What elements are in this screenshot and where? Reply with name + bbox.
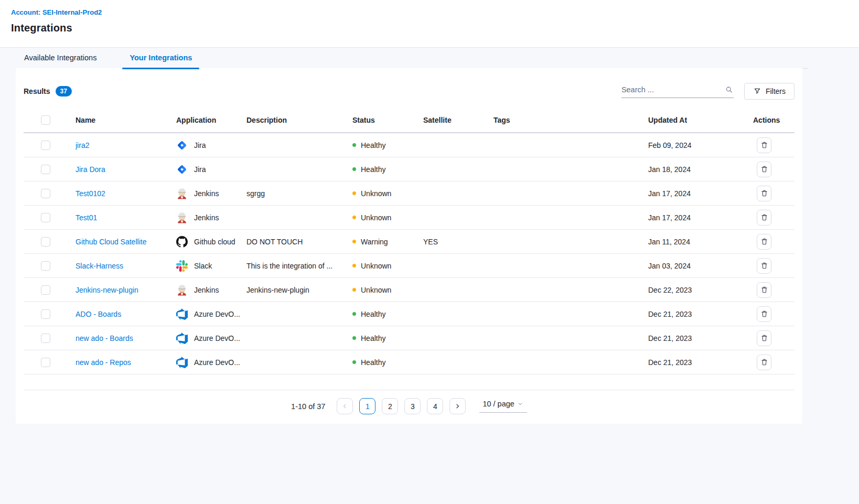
account-breadcrumb-link[interactable]: Account: SEI-Internal-Prod2 (11, 8, 102, 16)
integration-name-link[interactable]: Github Cloud Satellite (76, 238, 146, 246)
status-label: Healthy (361, 358, 385, 367)
delete-integration-button[interactable] (757, 186, 771, 201)
status-dot (352, 336, 356, 340)
column-header-description: Description (246, 116, 352, 124)
delete-integration-button[interactable] (757, 210, 771, 226)
pagination-range-label: 1-10 of 37 (291, 402, 325, 411)
column-header-updated-at: Updated At (648, 116, 753, 124)
integration-name-link[interactable]: Slack-Harness (76, 262, 123, 270)
status-label: Unknown (361, 262, 391, 270)
search-box (621, 85, 734, 98)
status-dot (352, 312, 356, 316)
pagination-page-1[interactable]: 1 (359, 398, 375, 414)
delete-integration-button[interactable] (757, 234, 771, 250)
row-checkbox[interactable] (41, 141, 50, 150)
pagination-next-button[interactable] (449, 398, 466, 414)
table-row: new ado - Boards Azure DevO... Healthy D… (24, 326, 794, 350)
application-name: Slack (194, 262, 212, 270)
delete-integration-button[interactable] (757, 137, 771, 153)
pagination-prev-button[interactable] (337, 398, 353, 414)
status-dot (352, 191, 356, 195)
content-panel: Results 37 Filters NameApplicationDescri… (16, 68, 802, 424)
application-icon (176, 236, 188, 248)
row-checkbox[interactable] (41, 261, 50, 271)
status-label: Healthy (361, 165, 385, 174)
integration-name-link[interactable]: Jira Dora (76, 165, 105, 174)
delete-integration-button[interactable] (757, 162, 771, 177)
table-row: Github Cloud Satellite Github cloud DO N… (24, 230, 794, 254)
integration-name-link[interactable]: new ado - Repos (76, 358, 131, 367)
application-name: Azure DevO... (194, 310, 240, 318)
pagination-page-3[interactable]: 3 (404, 398, 421, 414)
column-header-tags: Tags (493, 116, 648, 124)
caret-down-icon (517, 400, 524, 408)
pagination-page-4[interactable]: 4 (427, 398, 443, 414)
description-cell: This is the integration of ... (246, 262, 352, 270)
delete-integration-button[interactable] (757, 258, 771, 274)
description-cell: Jenkins-new-plugin (246, 286, 352, 294)
integration-name-link[interactable]: Test0102 (76, 189, 105, 198)
application-name: Jira (194, 141, 206, 149)
application-name: Github cloud (194, 238, 235, 246)
column-header-application: Application (176, 116, 246, 124)
search-input[interactable] (621, 85, 725, 94)
trash-icon (760, 189, 769, 198)
application-icon (176, 357, 188, 368)
application-name: Jenkins (194, 213, 219, 222)
delete-integration-button[interactable] (757, 306, 771, 322)
status-dot (352, 240, 356, 243)
delete-integration-button[interactable] (757, 330, 771, 346)
row-checkbox[interactable] (41, 358, 50, 367)
table-header-row: NameApplicationDescriptionStatusSatellit… (24, 108, 794, 133)
tab-available-integrations[interactable]: Available Integrations (17, 53, 104, 69)
app-header: Account: SEI-Internal-Prod2 Integrations (0, 0, 859, 48)
integration-name-link[interactable]: ADO - Boards (76, 310, 121, 318)
application-name: Jenkins (194, 286, 219, 294)
trash-icon (760, 213, 769, 222)
row-checkbox[interactable] (41, 189, 50, 198)
page-size-select[interactable]: 10 / page (479, 400, 527, 413)
table-body: jira2 Jira Healthy Feb 09, 2024 Jira Dor… (24, 133, 794, 374)
trash-icon (760, 358, 769, 367)
updated-at-cell: Jan 11, 2024 (648, 238, 753, 246)
row-checkbox[interactable] (41, 334, 50, 343)
trash-icon (760, 237, 769, 246)
delete-integration-button[interactable] (757, 355, 771, 370)
row-checkbox[interactable] (41, 309, 50, 319)
search-icon (725, 85, 734, 94)
application-icon (176, 333, 188, 344)
row-checkbox[interactable] (41, 285, 50, 295)
trash-icon (760, 285, 769, 294)
integration-name-link[interactable]: Jenkins-new-plugin (76, 286, 138, 294)
tab-your-integrations[interactable]: Your Integrations (122, 53, 199, 69)
status-label: Unknown (361, 213, 391, 222)
column-header-name: Name (76, 116, 176, 124)
column-header-actions: Actions (753, 116, 794, 124)
integrations-table: NameApplicationDescriptionStatusSatellit… (24, 108, 794, 390)
application-icon (176, 212, 188, 223)
status-label: Unknown (361, 286, 391, 294)
toolbar: Results 37 Filters (24, 83, 794, 100)
table-row: new ado - Repos Azure DevO... Healthy De… (24, 350, 794, 374)
row-checkbox[interactable] (41, 237, 50, 246)
updated-at-cell: Dec 21, 2023 (648, 358, 753, 367)
status-dot (352, 288, 356, 292)
integration-name-link[interactable]: jira2 (76, 141, 89, 149)
application-name: Jira (194, 165, 206, 174)
table-row: ADO - Boards Azure DevO... Healthy Dec 2… (24, 302, 794, 326)
page-title: Integrations (11, 22, 859, 34)
row-checkbox[interactable] (41, 213, 50, 222)
pagination-page-2[interactable]: 2 (382, 398, 398, 414)
select-all-checkbox[interactable] (41, 115, 50, 125)
satellite-cell: YES (423, 238, 493, 246)
chevron-left-icon (341, 402, 349, 410)
page-size-label: 10 / page (482, 400, 514, 408)
pagination: 1-10 of 37 1234 10 / page (24, 398, 794, 414)
integration-name-link[interactable]: new ado - Boards (76, 334, 133, 342)
table-row: Slack-Harness Slack This is the integrat… (24, 254, 794, 278)
integration-name-link[interactable]: Test01 (76, 213, 97, 222)
filters-button[interactable]: Filters (744, 83, 794, 100)
row-checkbox[interactable] (41, 165, 50, 174)
status-dot (352, 360, 356, 364)
delete-integration-button[interactable] (757, 282, 771, 298)
